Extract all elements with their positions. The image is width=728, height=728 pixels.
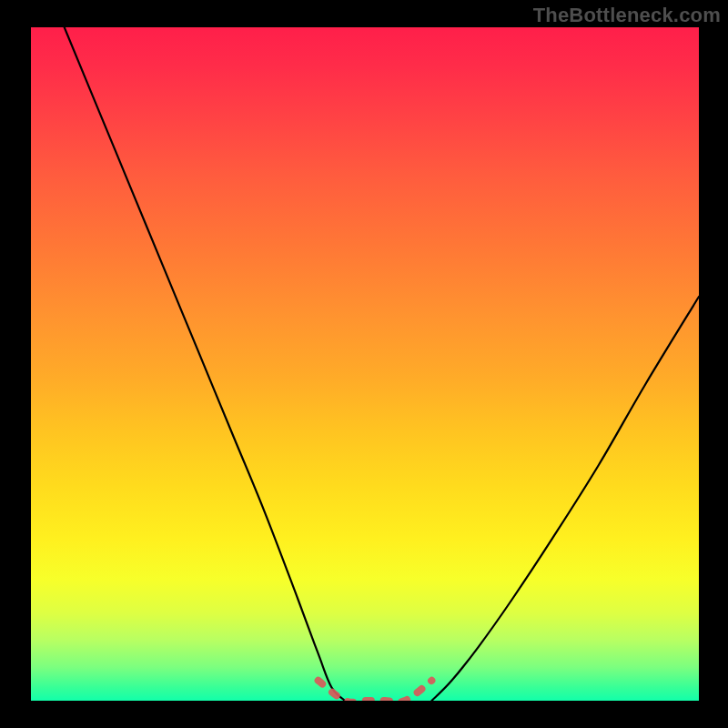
curve-left-branch <box>65 27 345 701</box>
curve-right-branch <box>431 297 699 701</box>
chart-frame: TheBottleneck.com <box>0 0 728 728</box>
curve-floor-accent <box>318 681 432 701</box>
plot-area <box>31 27 699 701</box>
watermark-label: TheBottleneck.com <box>533 4 721 27</box>
curve-layer <box>31 27 699 701</box>
